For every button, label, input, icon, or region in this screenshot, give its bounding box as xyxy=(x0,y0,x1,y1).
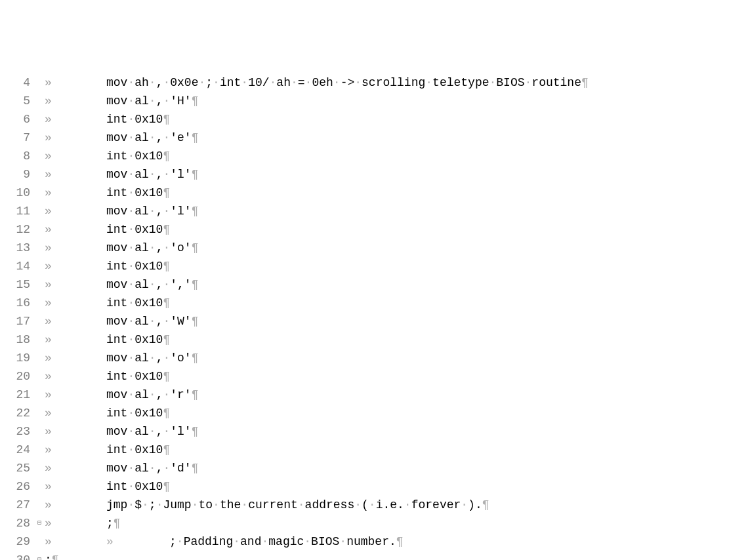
code-line[interactable]: 10»int·0x10¶ xyxy=(0,184,729,202)
code-line[interactable]: 11»mov·al·,·'l'¶ xyxy=(0,202,729,220)
code-content[interactable]: mov·al·,·'d'¶ xyxy=(106,459,198,477)
code-token: , xyxy=(156,388,163,401)
code-line[interactable]: 28⊟»;¶ xyxy=(0,514,729,532)
tab-whitespace-icon: » xyxy=(43,239,106,257)
code-content[interactable]: jmp·$·;·Jump·to·the·current·address·(·i.… xyxy=(106,496,489,514)
code-token: al xyxy=(135,205,149,218)
line-number: 17 xyxy=(4,312,35,330)
code-content[interactable]: int·0x10¶ xyxy=(106,330,170,349)
eol-icon: ¶ xyxy=(163,443,170,456)
code-content[interactable]: mov·al·,·'r'¶ xyxy=(106,386,198,404)
code-token: , xyxy=(156,94,163,108)
eol-icon: ¶ xyxy=(163,407,170,420)
space-whitespace-icon: · xyxy=(127,278,135,291)
code-content[interactable]: mov·al·,·'l'¶ xyxy=(106,165,198,184)
code-token: 0x10 xyxy=(135,296,163,310)
code-content[interactable]: »;·Padding·and·magic·BIOS·number.¶ xyxy=(106,532,404,551)
code-editor[interactable]: 4»mov·ah·,·0x0e·;·int·10/·ah·=·0eh·->·sc… xyxy=(0,73,729,560)
code-content[interactable]: mov·al·,·'o'¶ xyxy=(106,239,198,257)
code-line[interactable]: 7»mov·al·,·'e'¶ xyxy=(0,129,729,147)
code-token: BIOS xyxy=(496,76,524,89)
space-whitespace-icon: · xyxy=(163,131,170,144)
code-content[interactable]: int·0x10¶ xyxy=(106,220,170,239)
code-line[interactable]: 21»mov·al·,·'r'¶ xyxy=(0,386,729,404)
code-content[interactable]: int·0x10¶ xyxy=(106,367,170,386)
code-line[interactable]: 4»mov·ah·,·0x0e·;·int·10/·ah·=·0eh·->·sc… xyxy=(0,73,729,92)
code-line[interactable]: 16»int·0x10¶ xyxy=(0,294,729,312)
code-line[interactable]: 18»int·0x10¶ xyxy=(0,330,729,349)
code-line[interactable]: 27»jmp·$·;·Jump·to·the·current·address·(… xyxy=(0,496,729,514)
code-content[interactable]: ;¶ xyxy=(45,551,59,560)
code-line[interactable]: 15»mov·al·,·','¶ xyxy=(0,275,729,294)
code-content[interactable]: mov·al·,·'e'¶ xyxy=(106,129,198,147)
fold-icon[interactable]: ⊟ xyxy=(35,514,43,532)
eol-icon: ¶ xyxy=(163,150,170,163)
line-number: 10 xyxy=(4,184,35,202)
code-token: -> xyxy=(341,76,355,89)
code-content[interactable]: int·0x10¶ xyxy=(106,294,170,312)
code-token: al xyxy=(135,278,149,291)
code-token: ; xyxy=(45,553,52,560)
code-line[interactable]: 8»int·0x10¶ xyxy=(0,147,729,165)
code-line[interactable]: 17»mov·al·,·'W'¶ xyxy=(0,312,729,330)
eol-icon: ¶ xyxy=(163,480,170,493)
code-line[interactable]: 19»mov·al·,·'o'¶ xyxy=(0,349,729,367)
code-token: i.e. xyxy=(376,498,404,511)
code-content[interactable]: mov·al·,·','¶ xyxy=(106,275,198,294)
code-line[interactable]: 24»int·0x10¶ xyxy=(0,441,729,459)
code-line[interactable]: 9»mov·al·,·'l'¶ xyxy=(0,165,729,184)
space-whitespace-icon: · xyxy=(127,351,135,365)
code-content[interactable]: int·0x10¶ xyxy=(106,147,170,165)
eol-icon: ¶ xyxy=(163,333,170,346)
code-token: int xyxy=(106,113,127,126)
code-token: $ xyxy=(135,498,142,511)
code-content[interactable]: mov·al·,·'l'¶ xyxy=(106,422,198,441)
code-line[interactable]: 20»int·0x10¶ xyxy=(0,367,729,386)
code-content[interactable]: mov·al·,·'o'¶ xyxy=(106,349,198,367)
code-content[interactable]: mov·ah·,·0x0e·;·int·10/·ah·=·0eh·->·scro… xyxy=(106,73,589,92)
code-token: mov xyxy=(106,278,127,291)
code-line[interactable]: 23»mov·al·,·'l'¶ xyxy=(0,422,729,441)
fold-icon[interactable]: ⊟ xyxy=(35,551,43,560)
code-line[interactable]: 12»int·0x10¶ xyxy=(0,220,729,239)
code-content[interactable]: int·0x10¶ xyxy=(106,110,170,129)
code-token: and xyxy=(240,535,261,548)
code-token: , xyxy=(156,131,163,144)
space-whitespace-icon: · xyxy=(127,241,135,254)
space-whitespace-icon: · xyxy=(489,76,497,89)
code-content[interactable]: int·0x10¶ xyxy=(106,184,170,202)
code-content[interactable]: mov·al·,·'l'¶ xyxy=(106,202,198,220)
code-token: al xyxy=(135,315,149,328)
code-line[interactable]: 13»mov·al·,·'o'¶ xyxy=(0,239,729,257)
code-content[interactable]: int·0x10¶ xyxy=(106,441,170,459)
code-token: 'l' xyxy=(170,425,191,438)
code-content[interactable]: mov·al·,·'H'¶ xyxy=(106,92,198,110)
code-content[interactable]: mov·al·,·'W'¶ xyxy=(106,312,198,330)
code-token: int xyxy=(106,333,127,346)
code-line[interactable]: 14»int·0x10¶ xyxy=(0,257,729,275)
space-whitespace-icon: · xyxy=(233,535,240,548)
code-content[interactable]: ;¶ xyxy=(106,514,121,532)
code-token: ). xyxy=(468,498,482,511)
space-whitespace-icon: · xyxy=(425,76,432,89)
code-content[interactable]: int·0x10¶ xyxy=(106,257,170,275)
tab-whitespace-icon: » xyxy=(43,477,106,496)
code-line[interactable]: 6»int·0x10¶ xyxy=(0,110,729,129)
code-line[interactable]: 30⊟;¶ xyxy=(0,551,729,560)
space-whitespace-icon: · xyxy=(163,425,170,438)
code-token: , xyxy=(156,241,163,254)
code-line[interactable]: 26»int·0x10¶ xyxy=(0,477,729,496)
space-whitespace-icon: · xyxy=(354,498,362,511)
code-line[interactable]: 22»int·0x10¶ xyxy=(0,404,729,422)
line-number: 16 xyxy=(4,294,35,312)
space-whitespace-icon: · xyxy=(369,498,376,511)
code-line[interactable]: 5»mov·al·,·'H'¶ xyxy=(0,92,729,110)
code-content[interactable]: int·0x10¶ xyxy=(106,404,170,422)
code-token: mov xyxy=(106,205,127,218)
code-token: 0x10 xyxy=(135,113,163,126)
code-line[interactable]: 25»mov·al·,·'d'¶ xyxy=(0,459,729,477)
space-whitespace-icon: · xyxy=(339,535,346,548)
tab-whitespace-icon: » xyxy=(43,220,106,239)
code-content[interactable]: int·0x10¶ xyxy=(106,477,170,496)
code-line[interactable]: 29»»;·Padding·and·magic·BIOS·number.¶ xyxy=(0,532,729,551)
